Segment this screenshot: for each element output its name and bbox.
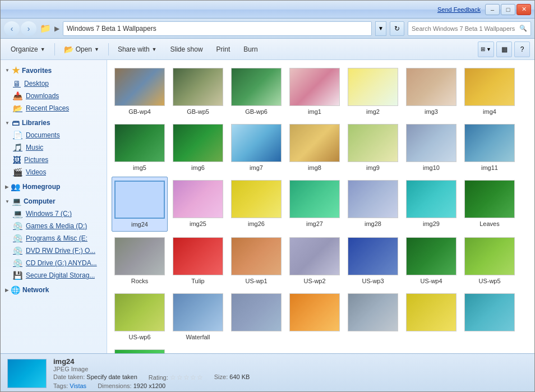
file-item-img11[interactable]: img11	[462, 121, 518, 174]
preview-pane-button[interactable]: ▦	[496, 41, 512, 57]
open-button[interactable]: 📂 Open ▼	[58, 41, 105, 57]
sidebar-item-music[interactable]: 🎵 Music	[1, 141, 107, 154]
file-item-img4[interactable]: img4	[462, 64, 518, 118]
network-header[interactable]: ▶ 🌐 Network	[1, 284, 107, 296]
filename-img28: img28	[365, 220, 381, 227]
file-item-img28[interactable]: img28	[345, 177, 401, 232]
thumb-img25	[173, 180, 223, 218]
sidebar-item-pictures[interactable]: 🖼 Pictures	[1, 154, 107, 166]
sidebar-item-desktop[interactable]: 🖥 Desktop	[1, 77, 107, 90]
file-item-img24[interactable]: img24	[112, 177, 168, 232]
file-item-row4f[interactable]	[112, 346, 168, 353]
file-item-waterfall[interactable]: Waterfall	[170, 290, 226, 344]
file-item-us-wp2[interactable]: US-wp2	[287, 234, 343, 288]
file-item-row4a[interactable]	[228, 290, 284, 344]
share-with-button[interactable]: Share with ▼	[112, 41, 163, 57]
file-item-img10[interactable]: img10	[403, 121, 459, 174]
help-button[interactable]: ?	[514, 41, 530, 57]
minimize-button[interactable]: –	[485, 4, 500, 15]
file-item-gb-wp4[interactable]: GB-wp4	[112, 64, 168, 118]
file-item-rocks[interactable]: Rocks	[112, 234, 168, 288]
file-grid: GB-wp4GB-wp5GB-wp6img1img2img3img4img5im…	[112, 64, 530, 353]
back-button[interactable]: ‹	[4, 21, 20, 36]
file-item-us-wp6[interactable]: US-wp6	[112, 290, 168, 344]
pictures-icon: 🖼	[13, 155, 21, 164]
star-rating[interactable]: ☆ ☆ ☆ ☆ ☆	[170, 373, 203, 381]
sidebar-item-documents[interactable]: 📄 Documents	[1, 129, 107, 141]
documents-icon: 📄	[13, 131, 22, 140]
computer-header[interactable]: ▼ 💻 Computer	[1, 195, 107, 207]
star-5[interactable]: ☆	[197, 373, 203, 381]
file-item-img29[interactable]: img29	[403, 177, 459, 232]
view-toggle-button[interactable]: ⊞ ▼	[478, 41, 494, 57]
file-item-row4e[interactable]	[462, 290, 518, 344]
file-item-img5[interactable]: img5	[112, 121, 168, 174]
refresh-button[interactable]: ↻	[390, 21, 404, 36]
search-input[interactable]	[412, 25, 519, 32]
file-item-gb-wp6[interactable]: GB-wp6	[228, 64, 284, 118]
file-item-row4c[interactable]	[345, 290, 401, 344]
star-3[interactable]: ☆	[183, 373, 190, 381]
file-item-img1[interactable]: img1	[287, 64, 343, 118]
file-item-img3[interactable]: img3	[403, 64, 459, 118]
sidebar-item-programs-e[interactable]: 💿 Programs & Misc (E:	[1, 232, 107, 245]
libraries-header[interactable]: ▼ 🗃 Libraries	[1, 117, 107, 129]
date-taken-label: Date taken:	[53, 373, 85, 380]
search-box[interactable]: 🔍	[408, 21, 531, 36]
star-2[interactable]: ☆	[177, 373, 183, 381]
star-4[interactable]: ☆	[190, 373, 196, 381]
feedback-link[interactable]: Send Feedback	[437, 6, 481, 13]
thumb-img2	[348, 68, 398, 106]
file-item-us-wp3[interactable]: US-wp3	[345, 234, 401, 288]
thumb-row4e	[464, 293, 515, 331]
sidebar-item-games-d[interactable]: 💿 Games & Media (D:)	[1, 220, 107, 232]
file-item-img6[interactable]: img6	[170, 121, 226, 174]
file-item-gb-wp5[interactable]: GB-wp5	[170, 64, 226, 118]
file-item-row4b[interactable]	[287, 290, 343, 344]
tags-value: Vistas	[70, 382, 86, 389]
sidebar-item-downloads[interactable]: 📥 Downloads	[1, 90, 107, 102]
favorites-header[interactable]: ▼ ★ Favorites	[1, 63, 107, 77]
sidebar-item-windows-c[interactable]: 💻 Windows 7 (C:)	[1, 207, 107, 220]
documents-label: Documents	[26, 131, 60, 139]
close-button[interactable]: ✕	[516, 4, 531, 15]
file-item-tulip[interactable]: Tulip	[170, 234, 226, 288]
file-item-img2[interactable]: img2	[345, 64, 401, 118]
thumb-img11	[464, 124, 515, 162]
sidebar-item-videos[interactable]: 🎬 Videos	[1, 166, 107, 178]
file-item-img25[interactable]: img25	[170, 177, 226, 232]
file-item-row4d[interactable]	[403, 290, 459, 344]
libraries-section: ▼ 🗃 Libraries 📄 Documents 🎵 Music 🖼 Pict…	[1, 117, 107, 178]
file-item-img9[interactable]: img9	[345, 121, 401, 174]
file-item-img26[interactable]: img26	[228, 177, 284, 232]
file-item-us-wp5[interactable]: US-wp5	[462, 234, 518, 288]
burn-button[interactable]: Burn	[238, 41, 263, 57]
toolbar: Organize ▼ 📂 Open ▼ Share with ▼ Slide s…	[1, 39, 534, 60]
pictures-label: Pictures	[24, 156, 48, 164]
star-1[interactable]: ☆	[170, 373, 176, 381]
sidebar-item-recent-places[interactable]: 📂 Recent Places	[1, 102, 107, 114]
status-date-taken: Date taken: Specify date taken	[53, 373, 137, 381]
file-item-img27[interactable]: img27	[287, 177, 343, 232]
computer-section: ▼ 💻 Computer 💻 Windows 7 (C:) 💿 Games & …	[1, 195, 107, 282]
file-item-us-wp4[interactable]: US-wp4	[403, 234, 459, 288]
address-dropdown-button[interactable]: ▼	[375, 21, 386, 36]
forward-button[interactable]: ›	[21, 21, 36, 36]
file-item-leaves[interactable]: Leaves	[462, 177, 518, 232]
maximize-button[interactable]: □	[501, 4, 515, 15]
dvd-f-label: DVD RW Drive (F:) O...	[26, 247, 95, 255]
path-separator-icon: ▶	[54, 25, 59, 33]
print-button[interactable]: Print	[211, 41, 236, 57]
file-item-img8[interactable]: img8	[287, 121, 343, 174]
status-info: img24 JPEG Image Date taken: Specify dat…	[53, 357, 528, 389]
slideshow-button[interactable]: Slide show	[165, 41, 209, 57]
sidebar-item-cd-g[interactable]: 💿 CD Drive (G:) ANYDA...	[1, 257, 107, 269]
filename-img27: img27	[306, 220, 323, 227]
homegroup-header[interactable]: ▶ 👥 Homegroup	[1, 181, 107, 193]
file-item-img7[interactable]: img7	[228, 121, 284, 174]
address-path-box[interactable]: Windows 7 Beta 1 Wallpapers	[63, 21, 372, 36]
organize-button[interactable]: Organize ▼	[5, 41, 51, 57]
sidebar-item-dvd-f[interactable]: 💿 DVD RW Drive (F:) O...	[1, 245, 107, 257]
sidebar-item-sd[interactable]: 💾 Secure Digital Storag...	[1, 269, 107, 282]
file-item-us-wp1[interactable]: US-wp1	[228, 234, 284, 288]
